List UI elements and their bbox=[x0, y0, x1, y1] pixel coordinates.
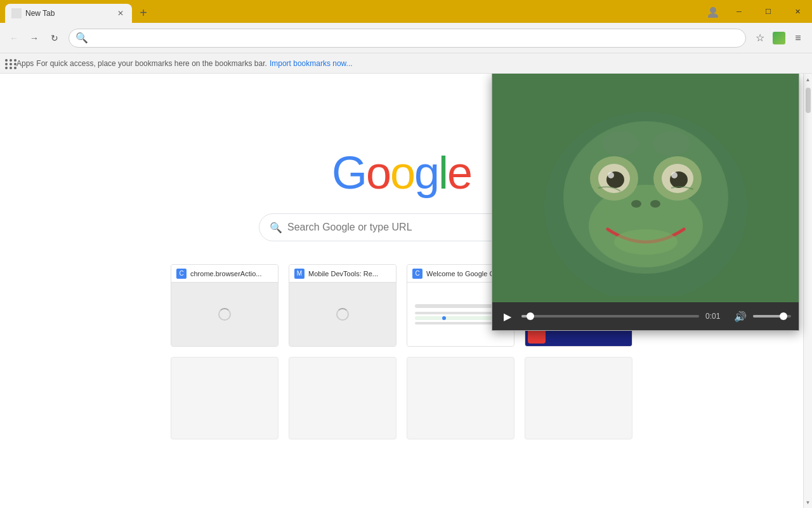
thumbnail-1[interactable]: C chrome.browserActio... bbox=[171, 264, 278, 347]
empty-thumbnail-2[interactable] bbox=[289, 357, 396, 439]
wtc-thumb bbox=[442, 316, 446, 320]
progress-bar[interactable] bbox=[521, 315, 699, 318]
new-tab-button[interactable]: + bbox=[134, 4, 152, 22]
progress-thumb bbox=[527, 312, 534, 320]
apps-grid-icon bbox=[5, 59, 14, 68]
svg-point-16 bbox=[650, 200, 660, 208]
logo-e: e bbox=[447, 150, 471, 196]
thumbnail-2-header: M Mobile DevTools: Re... bbox=[289, 265, 396, 283]
tab-favicon bbox=[11, 8, 22, 18]
svg-point-15 bbox=[631, 200, 641, 208]
active-tab[interactable]: New Tab ✕ bbox=[5, 4, 132, 23]
svg-point-1 bbox=[708, 13, 718, 18]
maximize-button[interactable]: ☐ bbox=[754, 0, 783, 23]
play-button[interactable]: ▶ bbox=[500, 309, 515, 324]
user-icon-button[interactable] bbox=[702, 0, 724, 23]
thumbnail-2-label: Mobile DevTools: Re... bbox=[308, 270, 378, 277]
forward-button[interactable]: → bbox=[25, 29, 43, 47]
browser-window: New Tab ✕ + ─ ☐ ✕ ← → ↻ 🔍 ☆ bbox=[0, 0, 812, 508]
bookmark-button[interactable]: ☆ bbox=[751, 29, 769, 47]
svg-point-14 bbox=[671, 172, 678, 178]
empty-thumbnail-1[interactable] bbox=[171, 357, 278, 439]
svg-point-17 bbox=[614, 229, 678, 255]
tab-close-button[interactable]: ✕ bbox=[115, 8, 126, 18]
scrollbar[interactable]: ▲ ▼ bbox=[803, 74, 812, 508]
thumbnail-2[interactable]: M Mobile DevTools: Re... bbox=[289, 264, 396, 347]
svg-point-19 bbox=[652, 131, 690, 156]
thumbnail-2-favicon: M bbox=[294, 269, 304, 279]
search-icon: 🔍 bbox=[270, 222, 282, 234]
volume-button[interactable]: 🔊 bbox=[734, 311, 747, 323]
logo-g2: g bbox=[414, 150, 438, 196]
logo-o1: o bbox=[366, 150, 390, 196]
main-content: G o o g l e 🔍 C bbox=[0, 74, 812, 508]
extension-icon bbox=[773, 32, 785, 44]
time-display: 0:01 bbox=[705, 312, 728, 321]
video-content bbox=[538, 80, 754, 296]
thumbnail-1-label: chrome.browserActio... bbox=[190, 270, 261, 277]
extension-button[interactable] bbox=[770, 29, 788, 47]
empty-thumbnail-3[interactable] bbox=[407, 357, 514, 439]
scrollbar-thumb[interactable] bbox=[806, 88, 811, 113]
bookmarks-message: For quick access, place your bookmarks h… bbox=[36, 59, 267, 68]
apps-label: Apps bbox=[16, 59, 34, 68]
video-screen bbox=[492, 74, 799, 302]
scroll-down-arrow[interactable]: ▼ bbox=[804, 498, 813, 507]
address-search-icon: 🔍 bbox=[75, 32, 88, 44]
logo-o2: o bbox=[390, 150, 414, 196]
reload-button[interactable]: ↻ bbox=[46, 29, 63, 47]
scroll-up-arrow[interactable]: ▲ bbox=[804, 75, 813, 84]
svg-point-18 bbox=[601, 131, 639, 156]
thumbnail-2-preview bbox=[289, 283, 396, 346]
import-bookmarks-link[interactable]: Import bookmarks now... bbox=[270, 59, 353, 68]
volume-bar[interactable] bbox=[753, 315, 791, 318]
logo-l: l bbox=[438, 150, 447, 196]
thumbnail-1-header: C chrome.browserActio... bbox=[171, 265, 278, 283]
bookmarks-bar: Apps For quick access, place your bookma… bbox=[0, 53, 812, 74]
thumbnail-1-spinner bbox=[218, 308, 231, 321]
empty-thumbnail-4[interactable] bbox=[525, 357, 632, 439]
thumbnails-grid-row2 bbox=[171, 357, 632, 439]
title-bar: New Tab ✕ + ─ ☐ ✕ bbox=[0, 0, 812, 23]
thumbnail-2-spinner bbox=[336, 308, 349, 321]
window-controls: ─ ☐ ✕ bbox=[724, 0, 812, 23]
thumbnail-3-favicon: C bbox=[412, 269, 422, 279]
tab-title: New Tab bbox=[25, 9, 112, 18]
google-logo: G o o g l e bbox=[332, 150, 471, 196]
svg-point-13 bbox=[608, 172, 614, 178]
address-input[interactable] bbox=[92, 33, 739, 43]
minimize-button[interactable]: ─ bbox=[724, 0, 754, 23]
video-popup: ▶ 0:01 🔊 bbox=[492, 74, 799, 331]
toolbar: ← → ↻ 🔍 ☆ ≡ bbox=[0, 23, 812, 53]
toolbar-right: ☆ ≡ bbox=[751, 29, 807, 47]
back-button[interactable]: ← bbox=[5, 29, 23, 47]
thumbnail-1-favicon: C bbox=[176, 269, 187, 279]
logo-g: G bbox=[332, 150, 366, 196]
thumbnail-3-label: Welcome to Google C... bbox=[426, 270, 501, 277]
content-scroll-area: G o o g l e 🔍 C bbox=[0, 74, 812, 508]
volume-fill bbox=[753, 315, 783, 318]
svg-point-0 bbox=[710, 7, 716, 13]
video-controls: ▶ 0:01 🔊 bbox=[492, 302, 799, 330]
volume-thumb bbox=[780, 312, 787, 320]
address-bar[interactable]: 🔍 bbox=[69, 29, 746, 48]
thumbnail-1-preview bbox=[171, 283, 278, 346]
svg-rect-2 bbox=[11, 8, 22, 18]
menu-button[interactable]: ≡ bbox=[789, 29, 807, 47]
apps-button[interactable]: Apps bbox=[5, 59, 34, 68]
close-button[interactable]: ✕ bbox=[783, 0, 812, 23]
